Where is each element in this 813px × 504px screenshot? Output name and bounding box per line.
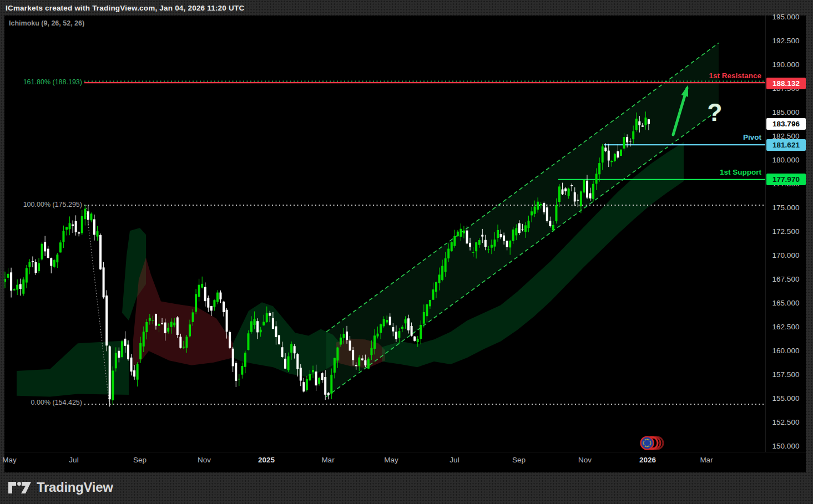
x-axis-label: Sep bbox=[512, 456, 526, 464]
footer-bar bbox=[0, 472, 813, 504]
x-axis-label: Nov bbox=[578, 456, 592, 464]
y-axis-label: 162.500 bbox=[767, 323, 805, 331]
question-mark-annotation: ? bbox=[703, 99, 727, 126]
x-axis-label: 2026 bbox=[639, 456, 656, 464]
price-axis-border bbox=[765, 16, 766, 452]
tradingview-logo-text: TradingView bbox=[37, 480, 113, 495]
y-axis-label: 185.000 bbox=[767, 108, 805, 116]
x-axis-label: 2025 bbox=[258, 456, 275, 464]
x-axis-label: May bbox=[2, 456, 17, 464]
x-axis-label: Mar bbox=[321, 456, 334, 464]
trend-channel bbox=[326, 43, 719, 396]
x-axis-label: Sep bbox=[133, 456, 147, 464]
y-axis-label: 180.000 bbox=[767, 156, 805, 164]
y-axis-label: 175.000 bbox=[767, 203, 805, 212]
y-axis-label: 170.000 bbox=[767, 251, 805, 259]
top-watermark-bar: ICmarkets created with TradingView.com, … bbox=[0, 0, 813, 16]
fib-0-label: 0.00% (154.425) bbox=[0, 399, 82, 406]
y-axis-label: 155.000 bbox=[767, 394, 805, 403]
support-price-badge: 177.970 bbox=[766, 174, 806, 185]
y-axis-label: 172.500 bbox=[767, 227, 805, 236]
y-axis-label: 165.000 bbox=[767, 299, 805, 307]
tradingview-logo[interactable]: TradingView bbox=[8, 479, 113, 496]
y-axis-label: 167.500 bbox=[767, 275, 805, 283]
x-axis-label: Jul bbox=[450, 456, 459, 464]
x-axis-label: May bbox=[384, 456, 398, 464]
tradingview-logo-icon bbox=[8, 479, 32, 496]
y-axis-label: 160.000 bbox=[767, 347, 805, 355]
x-axis-label: Jul bbox=[69, 456, 78, 464]
x-axis-label: Nov bbox=[198, 456, 211, 464]
y-axis-label: 190.000 bbox=[767, 60, 805, 69]
resistance-label: 1st Resistance bbox=[639, 72, 761, 80]
fib-100-label: 100.00% (175.295) bbox=[0, 201, 82, 208]
support-label: 1st Support bbox=[639, 168, 761, 176]
last-price-badge: 183.796 bbox=[766, 118, 806, 130]
y-axis-label: 150.000 bbox=[767, 442, 805, 450]
resistance-price-badge: 188.132 bbox=[766, 78, 806, 89]
calendar-event-icon bbox=[641, 437, 664, 450]
x-axis-label: Mar bbox=[700, 456, 713, 464]
indicator-label[interactable]: Ichimoku (9, 26, 52, 26) bbox=[9, 19, 84, 27]
y-axis-label: 152.500 bbox=[767, 418, 805, 426]
pivot-label: Pivot bbox=[639, 133, 761, 141]
y-axis-label: 195.000 bbox=[767, 13, 805, 21]
fib-161-label: 161.80% (188.193) bbox=[0, 78, 82, 86]
watermark-text: ICmarkets created with TradingView.com, … bbox=[6, 4, 244, 12]
pivot-price-badge: 181.621 bbox=[766, 139, 806, 151]
time-axis-border bbox=[4, 452, 806, 452]
y-axis-label: 192.500 bbox=[767, 37, 805, 45]
y-axis-label: 157.500 bbox=[767, 370, 805, 379]
